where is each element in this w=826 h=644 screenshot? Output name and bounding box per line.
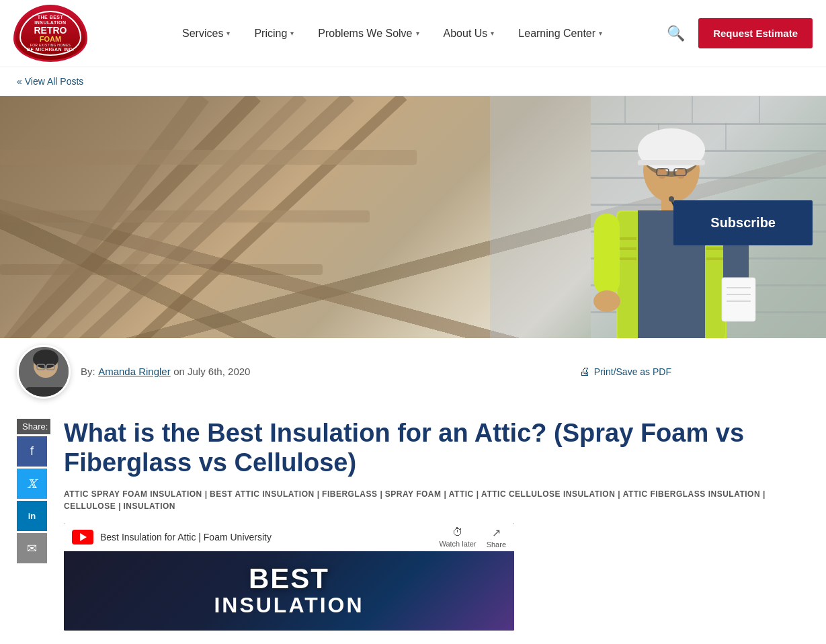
logo-michigan-text: OF MICHIGAN INC.: [27, 47, 75, 52]
svg-rect-22: [725, 123, 727, 150]
tag-attic-spray-foam[interactable]: ATTIC SPRAY FOAM INSULATION: [64, 489, 202, 499]
share-label: Share:: [17, 419, 50, 434]
hero-container: Subscribe: [0, 96, 826, 358]
author-section: By: Amanda Ringler on July 6th, 2020 🖨 P…: [0, 338, 826, 405]
tag-spray-foam[interactable]: SPRAY FOAM: [385, 489, 442, 499]
author-by-label: By:: [81, 366, 95, 377]
chevron-down-icon: ▾: [290, 30, 294, 37]
svg-point-43: [593, 290, 620, 312]
chevron-down-icon: ▾: [416, 30, 419, 37]
svg-rect-41: [706, 257, 723, 260]
share-video-action[interactable]: ↗ Share: [487, 526, 506, 549]
search-button[interactable]: 🔍: [663, 22, 688, 46]
tag-insulation[interactable]: INSULATION: [124, 501, 175, 511]
breadcrumb-link[interactable]: View All Posts: [17, 76, 83, 87]
share-linkedin-button[interactable]: in: [17, 501, 47, 531]
share-sidebar: Share: f 𝕏 in ✉: [17, 419, 50, 631]
hero-image: Subscribe: [0, 96, 826, 358]
svg-rect-11: [591, 150, 826, 152]
chevron-down-icon: ▾: [491, 30, 494, 37]
youtube-play-icon: [80, 533, 87, 541]
nav-item-learning[interactable]: Learning Center ▾: [506, 22, 614, 45]
logo-retro-text: RETRO: [34, 26, 67, 35]
content-wrapper: Share: f 𝕏 in ✉ What is the Best Insulat…: [0, 405, 826, 644]
main-nav: Services ▾ Pricing ▾ Problems We Solve ▾…: [121, 22, 663, 45]
share-email-button[interactable]: ✉: [17, 533, 47, 563]
svg-rect-46: [722, 278, 755, 321]
author-date: on July 6th, 2020: [173, 366, 250, 377]
svg-rect-40: [706, 247, 723, 250]
article-main: What is the Best Insulation for an Attic…: [64, 419, 809, 631]
svg-rect-23: [759, 96, 760, 123]
svg-rect-36: [620, 237, 636, 240]
nav-item-about[interactable]: About Us ▾: [431, 22, 507, 45]
search-icon: 🔍: [667, 25, 685, 42]
tag-attic[interactable]: ATTIC: [449, 489, 474, 499]
tag-best-attic[interactable]: BEST ATTIC INSULATION: [210, 489, 315, 499]
nav-item-services[interactable]: Services ▾: [170, 22, 242, 45]
breadcrumb-bar: View All Posts: [0, 67, 826, 96]
tag-attic-fiberglass[interactable]: ATTIC FIBERGLASS INSULATION: [623, 489, 760, 499]
svg-rect-19: [624, 96, 626, 123]
svg-rect-10: [591, 123, 826, 125]
video-thumbnail[interactable]: BEST INSULATION: [64, 551, 514, 631]
video-best-text: BEST: [214, 565, 364, 593]
logo-inner: THE BEST INSULATION RETRO FOAM FOR EXIST…: [19, 11, 81, 56]
logo-shield: THE BEST INSULATION RETRO FOAM FOR EXIST…: [13, 5, 87, 62]
header-right: 🔍 Request Estimate: [663, 18, 813, 48]
video-controls: ⏱ Watch later ↗ Share: [439, 526, 506, 549]
chevron-down-icon: ▾: [226, 30, 230, 37]
svg-rect-12: [591, 177, 826, 179]
facebook-icon: f: [30, 444, 34, 458]
article-tags: ATTIC SPRAY FOAM INSULATION | BEST ATTIC…: [64, 489, 809, 511]
watch-later-label: Watch later: [439, 540, 476, 548]
site-header: THE BEST INSULATION RETRO FOAM FOR EXIST…: [0, 0, 826, 67]
linkedin-icon: in: [28, 511, 36, 521]
nav-item-pricing[interactable]: Pricing ▾: [242, 22, 306, 45]
tag-attic-cellulose[interactable]: ATTIC CELLULOSE INSULATION: [481, 489, 615, 499]
svg-rect-5: [0, 150, 417, 165]
tag-cellulose[interactable]: CELLULOSE: [64, 501, 116, 511]
logo-area[interactable]: THE BEST INSULATION RETRO FOAM FOR EXIST…: [13, 5, 121, 62]
svg-rect-58: [26, 387, 66, 399]
email-icon: ✉: [27, 541, 37, 556]
tag-fiberglass[interactable]: FIBERGLASS: [322, 489, 377, 499]
youtube-logo: [72, 530, 93, 545]
subscribe-button[interactable]: Subscribe: [673, 200, 813, 245]
article-title: What is the Best Insulation for an Attic…: [64, 419, 809, 477]
share-video-label: Share: [487, 540, 506, 549]
svg-point-29: [676, 168, 686, 179]
video-text-overlay: BEST INSULATION: [214, 565, 364, 618]
svg-point-28: [657, 168, 667, 179]
logo-foam-text: FOAM: [40, 35, 61, 43]
svg-rect-42: [594, 214, 620, 294]
svg-rect-37: [620, 247, 636, 250]
chevron-down-icon: ▾: [599, 30, 602, 37]
author-info: By: Amanda Ringler on July 6th, 2020: [81, 366, 569, 378]
nav-item-problems[interactable]: Problems We Solve ▾: [306, 22, 431, 45]
print-pdf-link[interactable]: 🖨 Print/Save as PDF: [579, 366, 671, 378]
avatar: [17, 345, 71, 399]
svg-rect-27: [638, 160, 705, 165]
svg-rect-7: [0, 264, 323, 275]
avatar-svg: [19, 347, 71, 399]
share-twitter-button[interactable]: 𝕏: [17, 469, 47, 499]
request-estimate-button[interactable]: Request Estimate: [698, 18, 813, 48]
svg-rect-38: [620, 257, 636, 260]
print-icon: 🖨: [579, 366, 590, 378]
video-insulation-text: INSULATION: [214, 593, 364, 618]
twitter-icon: 𝕏: [28, 477, 37, 491]
svg-rect-6: [0, 210, 370, 223]
svg-rect-21: [692, 96, 693, 123]
video-title: Best Insulation for Attic | Foam Univers…: [100, 532, 272, 542]
video-embed[interactable]: Best Insulation for Attic | Foam Univers…: [64, 523, 514, 631]
author-name-link[interactable]: Amanda Ringler: [98, 366, 171, 377]
clock-icon: ⏱: [452, 526, 463, 538]
logo-tagline-top: THE BEST INSULATION: [21, 15, 80, 26]
video-header: Best Insulation for Attic | Foam Univers…: [64, 523, 514, 551]
watch-later-action[interactable]: ⏱ Watch later: [439, 526, 476, 548]
share-facebook-button[interactable]: f: [17, 436, 47, 467]
share-icon: ↗: [492, 526, 501, 539]
